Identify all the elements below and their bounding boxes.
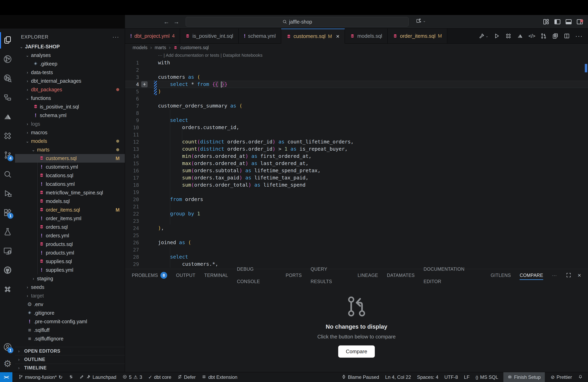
panel-tab-lineage[interactable]: LINEAGE <box>357 269 378 282</box>
activity-item-accounts[interactable]: 1 <box>0 339 15 355</box>
panel-tab-output[interactable]: OUTPUT <box>176 269 195 282</box>
tree-item-is_positive_int.sql[interactable]: is_positive_int.sql <box>15 102 125 111</box>
panel-tab-ports[interactable]: PORTS <box>286 269 302 282</box>
tab-order_items.sql[interactable]: order_items.sqlM <box>388 29 447 43</box>
status-indentation[interactable]: Spaces: 4 <box>417 374 438 380</box>
panel-tab-terminal[interactable]: TERMINAL <box>204 269 228 282</box>
code-line-23[interactable]: 23 <box>125 217 588 225</box>
activity-item-dbt-power-user[interactable] <box>0 128 15 144</box>
code-line-21[interactable]: 21 <box>125 203 588 210</box>
activity-item-explorer[interactable] <box>0 32 15 48</box>
panel-tab-gitlens[interactable]: GITLENS <box>491 269 511 282</box>
tree-item-data-tests[interactable]: ›data-tests <box>15 68 125 77</box>
more-actions-icon[interactable]: ··· <box>575 32 583 40</box>
query-results-icon[interactable] <box>552 33 558 39</box>
share-chat-button[interactable]: ⌄ <box>416 17 426 24</box>
tree-item-schema.yml[interactable]: !schema.yml <box>15 111 125 120</box>
breadcrumb[interactable]: models›marts›customers.sql <box>125 43 588 52</box>
toggle-sidebar-icon[interactable] <box>554 18 561 26</box>
activity-item-dbt[interactable] <box>0 109 15 125</box>
code-line-22[interactable]: 22 group by 1 <box>125 210 588 217</box>
tree-item-seeds[interactable]: ›seeds <box>15 283 125 291</box>
close-icon[interactable]: × <box>336 33 340 40</box>
code-editor[interactable]: ··· | Add documentation or tests | Datap… <box>125 52 588 269</box>
status-compare-changes[interactable] <box>69 374 73 380</box>
tree-item-order_items.yml[interactable]: !order_items.yml <box>15 214 125 223</box>
code-line-9[interactable]: 9 select <box>125 117 588 124</box>
breadcrumb-item[interactable]: models <box>133 45 147 50</box>
status-encoding[interactable]: UTF-8 <box>444 374 458 380</box>
dbt-logo-icon[interactable] <box>517 33 523 39</box>
codelens[interactable]: ··· | Add documentation or tests | Datap… <box>125 52 588 59</box>
tree-item-marts[interactable]: ⌄marts <box>15 145 125 154</box>
tree-item-macros[interactable]: ›macros <box>15 128 125 137</box>
panel-maximize-icon[interactable] <box>566 272 572 279</box>
tree-item-.sqlfluff[interactable]: ≡.sqlfluff <box>15 326 125 334</box>
command-center-search[interactable]: jaffle-shop <box>186 17 409 27</box>
status-blame[interactable]: Blame Paused <box>341 374 379 380</box>
tree-item-models[interactable]: ⌄models <box>15 137 125 145</box>
panel-tab-datamates[interactable]: DATAMATES <box>387 269 415 282</box>
split-editor-icon[interactable] <box>564 33 570 39</box>
code-line-16[interactable]: 16 sum(orders.subtotal) as lifetime_spen… <box>125 167 588 174</box>
code-line-11[interactable]: 11 <box>125 131 588 138</box>
code-line-28[interactable]: 28 select <box>125 253 588 261</box>
code-line-14[interactable]: 14 min(orders.ordered_at) as first_order… <box>125 153 588 160</box>
code-line-26[interactable]: 26joined as ( <box>125 239 588 246</box>
status-dbt-extension[interactable]: dbt Extension <box>202 374 237 380</box>
tree-item-target[interactable]: ›target <box>15 291 125 300</box>
sidebar-section-timeline[interactable]: ›TIMELINE <box>15 364 125 372</box>
tab-schema.yml[interactable]: !schema.yml <box>239 29 281 43</box>
code-line-2[interactable]: 2 <box>125 66 588 74</box>
code-line-24[interactable]: 24), <box>125 225 588 232</box>
tree-item-functions[interactable]: ⌄functions <box>15 94 125 102</box>
tree-item-staging[interactable]: ›staging <box>15 274 125 283</box>
tab-dbt_project.yml[interactable]: !dbt_project.yml4 <box>125 29 180 43</box>
status-finish-setup[interactable]: Finish Setup <box>504 372 545 382</box>
tree-item-customers.sql[interactable]: customers.sqlM <box>15 154 125 163</box>
tree-item-.pre-commit-config.yaml[interactable]: !.pre-commit-config.yaml <box>15 317 125 326</box>
remote-indicator[interactable]: >< <box>0 372 12 382</box>
tree-item-logs[interactable]: ›logs <box>15 120 125 128</box>
activity-item-search[interactable] <box>0 166 15 182</box>
code-line-3[interactable]: 3customers as ( <box>125 74 588 81</box>
panel-more-tabs[interactable]: ··· <box>552 269 557 282</box>
tree-item-orders.yml[interactable]: !orders.yml <box>15 231 125 240</box>
status-git-branch[interactable]: mwong-fusion*↻ <box>18 374 63 380</box>
activity-item-testing[interactable] <box>0 224 15 240</box>
code-line-7[interactable]: 7customer_orders_summary as ( <box>125 102 588 110</box>
tree-item-.env[interactable]: ⚙.env <box>15 300 125 309</box>
panel-close-icon[interactable]: × <box>578 272 581 279</box>
code-line-18[interactable]: 18 sum(orders.order_total) as lifetime_s… <box>125 181 588 189</box>
activity-item-run-debug[interactable] <box>0 186 15 202</box>
code-line-12[interactable]: 12 count(distinct orders.order_id) as co… <box>125 138 588 145</box>
code-line-4[interactable]: 4+ select * from {{ }} <box>125 81 588 88</box>
tree-item-JAFFLE-SHOP[interactable]: ⌄JAFFLE-SHOP <box>15 42 125 51</box>
code-line-1[interactable]: 1with <box>125 59 588 66</box>
code-line-19[interactable]: 19 <box>125 189 588 196</box>
toggle-panel-icon[interactable] <box>565 18 572 26</box>
activity-item-dbt-power-user-alt[interactable] <box>0 282 15 298</box>
status-defer[interactable]: Defer <box>177 374 196 380</box>
tree-item-.gitkeep[interactable]: .gitkeep <box>15 59 125 68</box>
tab-models.sql[interactable]: models.sql <box>345 29 387 43</box>
breadcrumb-item[interactable]: marts <box>155 45 166 50</box>
code-line-13[interactable]: 13 count(distinct orders.order_id) > 1 a… <box>125 145 588 153</box>
add-line-action-button[interactable]: + <box>141 81 147 87</box>
tree-item-.gitignore[interactable]: .gitignore <box>15 309 125 317</box>
activity-item-source-control[interactable]: 4 <box>0 147 15 163</box>
history-back-button[interactable]: ← <box>162 18 170 26</box>
status-launchpad[interactable]: Launchpad <box>79 374 116 380</box>
tree-item-dbt_packages[interactable]: ›dbt_packages <box>15 85 125 94</box>
code-line-17[interactable]: 17 sum(orders.tax_paid) as lifetime_tax_… <box>125 174 588 181</box>
tree-item-locations.yml[interactable]: !locations.yml <box>15 180 125 188</box>
tree-item-customers.yml[interactable]: !customers.yml <box>15 163 125 171</box>
status-language-mode[interactable]: {}MS SQL <box>476 374 498 380</box>
status-notifications[interactable] <box>578 374 583 380</box>
tree-item-products.sql[interactable]: products.sql <box>15 240 125 248</box>
activity-item-remote-explorer[interactable] <box>0 243 15 259</box>
code-line-5[interactable]: 5) <box>125 88 588 95</box>
code-line-25[interactable]: 25 <box>125 232 588 239</box>
status-cursor-position[interactable]: Ln 4, Col 22 <box>385 374 411 380</box>
code-line-27[interactable]: 27 <box>125 246 588 253</box>
